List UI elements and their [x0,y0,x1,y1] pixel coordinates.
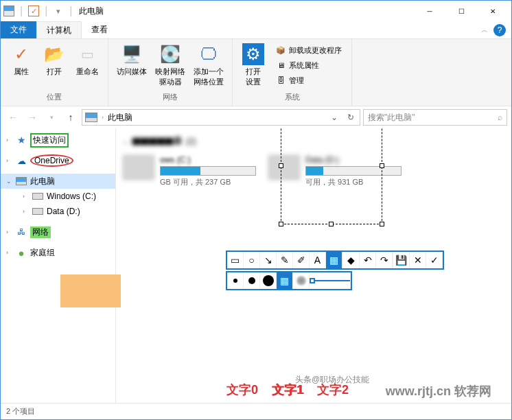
search-field[interactable]: 搜索"此电脑" ⌕ [363,109,507,126]
location-group-label: 位置 [6,92,102,103]
save-button[interactable]: 💾 [393,252,410,268]
star-icon: ★ [16,135,27,145]
search-icon: ⌕ [498,113,502,122]
quickaccess-label: 快速访问 [30,133,69,148]
annotation-highlight-block [60,275,121,307]
minimize-button[interactable]: ─ [414,1,445,21]
sidebar-item-onedrive[interactable]: › ☁ OneDrive [1,153,115,168]
media-label: 访问媒体 [117,67,147,77]
address-field[interactable]: › 此电脑 ⌄ ↻ [82,109,360,126]
cancel-button[interactable]: ✕ [410,252,426,268]
sidebar-item-network[interactable]: › 🖧 网络 [1,224,115,240]
intensity-slider[interactable] [310,272,351,289]
confirm-button[interactable]: ✓ [426,252,443,268]
eraser-tool-button[interactable]: ◆ [343,252,360,268]
sidebar-item-drive-c[interactable]: › Windows (C:) [1,189,115,204]
drive-c-name: ows (C:) [160,155,256,165]
content-area: › ★ 快速访问 › ☁ OneDrive ⌄ 此电脑 › Windows (C… [1,128,511,403]
mosaic-tool-button[interactable]: ▦ [326,252,342,268]
addloc-label: 添加一个 网络位置 [194,67,224,87]
qat-sep: | [20,5,23,17]
map-drive-button[interactable]: 💽 映射网络 驱动器 [152,42,188,89]
drives-section-header[interactable]: ⌄ ▇▇▇▇▇器 (2) [123,135,504,147]
sidebar-item-thispc[interactable]: ⌄ 此电脑 [1,174,115,189]
drives-count: (2) [186,137,196,146]
open-button[interactable]: 📂 打开 [39,42,69,78]
drive-c-icon [123,155,154,180]
size-small-button[interactable] [227,272,244,289]
homegroup-icon: ● [16,247,27,258]
text-tool-button[interactable]: A [310,252,326,268]
system-group-label: 系统 [238,92,346,103]
network-icon: 🖧 [16,226,27,237]
manage-button[interactable]: 🗄 管理 [272,73,345,87]
collapse-ribbon-icon[interactable]: ︿ [481,25,488,35]
addr-chevron-icon[interactable]: › [102,114,104,121]
drive-d-free: 可用，共 931 GB [305,177,402,187]
address-refresh-icon[interactable]: ↻ [345,113,357,122]
qat-sep2: | [45,5,47,17]
sysprops-label: 系统属性 [289,60,319,71]
nav-forward-button[interactable]: → [24,109,40,126]
app-icon [3,5,14,16]
expand-arrow-icon[interactable]: › [6,157,14,164]
maximize-button[interactable]: ☐ [445,1,477,21]
expand-arrow-icon[interactable]: › [23,208,31,215]
properties-icon: ✓ [10,43,32,65]
open-settings-button[interactable]: ⚙ 打开 设置 [238,42,268,89]
system-properties-button[interactable]: 🖥 系统属性 [272,58,345,72]
help-icon[interactable]: ? [493,24,506,36]
arrow-tool-button[interactable]: ↘ [260,252,277,268]
undo-button[interactable]: ↶ [360,252,376,268]
ellipse-tool-button[interactable]: ○ [244,252,260,268]
sidebar-item-drive-d[interactable]: › Data (D:) [1,204,115,219]
address-pc-icon [85,113,97,122]
tab-view[interactable]: 查看 [82,21,117,38]
uninstall-label: 卸载或更改程序 [289,45,342,56]
homegroup-label: 家庭组 [30,247,55,259]
blur-style-button[interactable] [293,272,310,289]
rename-button[interactable]: ▭ 重命名 [72,42,102,78]
drives-row: ows (C:) GB 可用，共 237 GB Data (D:) 可用，共 9… [123,155,504,187]
expand-arrow-icon[interactable]: › [6,249,14,256]
expand-arrow-icon[interactable]: › [23,193,31,200]
sidebar-item-quickaccess[interactable]: › ★ 快速访问 [1,132,115,148]
settings-label: 打开 设置 [246,67,261,87]
nav-recent-button[interactable]: ▾ [43,109,60,126]
open-label: 打开 [47,67,62,77]
qat-check-icon[interactable]: ✓ [28,5,39,16]
drive-c-item[interactable]: ows (C:) GB 可用，共 237 GB [123,155,256,187]
expand-arrow-icon[interactable]: › [6,137,14,143]
mosaic-style-button[interactable]: ▦ [277,272,293,289]
address-dropdown-icon[interactable]: ⌄ [328,113,340,122]
marker-tool-button[interactable]: ✐ [293,252,310,268]
drive-d-item[interactable]: Data (D:) 可用，共 931 GB [268,155,402,187]
rename-label: 重命名 [76,67,99,77]
pencil-tool-button[interactable]: ✎ [277,252,293,268]
add-network-location-button[interactable]: 🖵 添加一个 网络位置 [191,42,226,89]
expand-arrow-icon[interactable]: › [6,229,14,235]
ribbon-group-system: ⚙ 打开 设置 📦 卸载或更改程序 🖥 系统属性 🗄 管理 [233,39,352,106]
ribbon-group-network: 🖥️ 访问媒体 💽 映射网络 驱动器 🖵 添加一个 网络位置 网络 [108,39,233,106]
manage-label: 管理 [289,75,304,86]
collapse-arrow-icon[interactable]: ⌄ [6,178,14,185]
close-button[interactable]: ✕ [477,1,509,21]
pc-icon [16,176,27,187]
size-large-button[interactable] [260,272,277,289]
annotation-size-row: ▦ [226,271,352,290]
qat-dropdown-icon[interactable]: ▾ [53,5,64,16]
redo-button[interactable]: ↷ [376,252,393,268]
uninstall-programs-button[interactable]: 📦 卸载或更改程序 [272,43,345,57]
properties-button[interactable]: ✓ 属性 [6,42,36,78]
rect-tool-button[interactable]: ▭ [227,252,244,268]
tab-file[interactable]: 文件 [1,21,36,38]
access-media-button[interactable]: 🖥️ 访问媒体 [114,42,150,78]
nav-up-button[interactable]: ↑ [62,109,79,126]
navigation-pane: › ★ 快速访问 › ☁ OneDrive ⌄ 此电脑 › Windows (C… [1,128,116,403]
titlebar: | ✓ | ▾ | 此电脑 ─ ☐ ✕ [1,1,511,21]
size-medium-button[interactable] [244,272,260,289]
nav-back-button[interactable]: ← [5,109,21,126]
sidebar-item-homegroup[interactable]: › ● 家庭组 [1,245,115,260]
drive-d-usage-bar [305,166,402,176]
tab-computer[interactable]: 计算机 [36,21,82,38]
